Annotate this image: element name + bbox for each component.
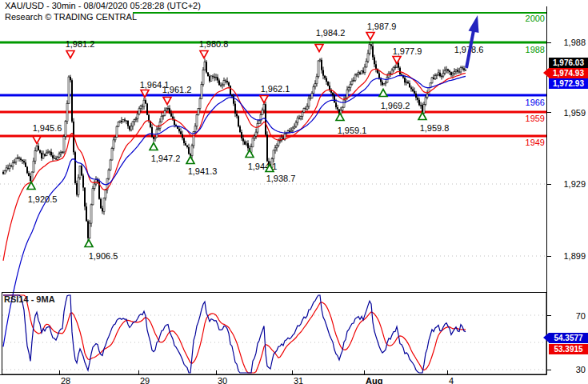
level-label-1959: 1959 — [526, 114, 545, 123]
rsi-value-box: 54.3577 — [549, 333, 588, 343]
time-axis-tick-30: 30 — [218, 376, 227, 384]
level-label-1949: 1949 — [526, 138, 545, 147]
rsi-axis-tick: 70 — [576, 311, 586, 321]
pivot-price-label: 1,938.7 — [266, 174, 296, 183]
price-axis-tick: 1,959 — [563, 108, 586, 118]
pivot-price-label: 1,980.8 — [199, 39, 229, 49]
level-label-1966: 1966 — [526, 98, 545, 107]
rsi-axis-tick: 30 — [576, 365, 586, 374]
pivot-annotations: 1,945.61,981.21,964.11,961.21,980.81,962… — [27, 22, 483, 261]
last-price-box: 1,976.03 — [549, 58, 588, 68]
swing-high-marker — [163, 98, 171, 105]
pivot-price-label: 1,959.8 — [420, 123, 450, 133]
pivot-price-label: 1,959.1 — [338, 126, 367, 135]
swing-high-marker — [393, 57, 401, 64]
swing-low-marker — [246, 150, 254, 158]
swing-high-marker — [315, 45, 323, 52]
pivot-price-label: 1,906.5 — [89, 251, 118, 261]
pivot-price-label: 1,947.2 — [151, 154, 181, 163]
rsi-ma-value-box: 53.3915 — [549, 344, 588, 354]
swing-low-marker — [336, 114, 344, 121]
pivot-price-label: 1,961.2 — [162, 85, 192, 94]
rsi-panel-label: RSI14 - 9MA — [4, 294, 55, 304]
ma-fast-value-box: 1,974.93 — [549, 68, 588, 78]
swing-high-marker — [260, 96, 268, 103]
swing-low-marker — [85, 240, 93, 247]
level-label-1988: 1988 — [526, 45, 545, 54]
swing-high-marker — [366, 33, 374, 40]
pivot-price-label: 1,987.9 — [367, 22, 397, 31]
pivot-price-label: 1,941.3 — [188, 166, 218, 176]
swing-low-marker — [150, 143, 158, 150]
swing-high-marker — [66, 51, 74, 58]
pivot-price-label: 1,977.9 — [393, 46, 422, 56]
price-axis-tick: 1,899 — [563, 251, 586, 261]
swing-high-marker — [200, 51, 208, 58]
research-credit: Research © TRADING CENTRAL — [5, 12, 137, 22]
price-axis-tick: 1,929 — [563, 179, 586, 189]
time-axis-tick-29: 29 — [140, 376, 150, 384]
ma-slow-value-box: 1,972.93 — [549, 78, 588, 89]
time-axis-tick-aug: Aug — [366, 376, 382, 384]
chart-canvas: 1,945.61,981.21,964.11,961.21,980.81,962… — [0, 0, 588, 384]
swing-low-marker — [186, 157, 194, 164]
time-axis-tick-28: 28 — [61, 376, 70, 384]
swing-high-marker — [33, 137, 41, 144]
swing-low-marker — [418, 113, 426, 120]
price-axis-tick: 1,988 — [563, 38, 586, 47]
swing-low-marker — [379, 90, 387, 97]
rsi-line — [3, 295, 466, 373]
trading-central-chart-window: 1,945.61,981.21,964.11,961.21,980.81,962… — [0, 0, 588, 384]
pivot-price-label: 1,984.2 — [316, 28, 346, 38]
level-label-2000: 2000 — [526, 14, 545, 23]
pivot-price-label: 1,981.2 — [66, 39, 95, 49]
time-axis-tick-31: 31 — [294, 376, 303, 384]
pivot-price-label: 1,969.2 — [381, 101, 410, 110]
pivot-price-label: 1,962.1 — [261, 84, 290, 94]
pivot-price-label: 1,920.5 — [28, 194, 58, 204]
level-lines — [0, 13, 546, 136]
time-axis-tick-4: 4 — [449, 376, 454, 384]
pivot-price-label: 1,945.6 — [33, 123, 62, 133]
chart-title: XAU/USD - 30min - 08/04/2020 05:28:28 (U… — [5, 1, 201, 10]
